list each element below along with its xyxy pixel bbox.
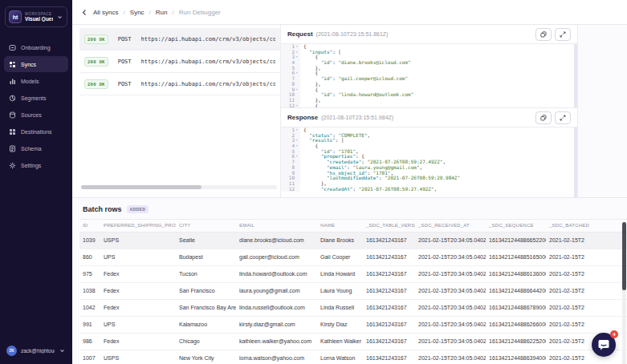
table-header-row: IDPREFERRED_SHIPPING_PROVIDERCITYEMAILNA… [79, 220, 627, 232]
column-header: _SDC_TABLE_VERSION [363, 220, 415, 232]
table-cell: UPS [100, 316, 176, 333]
expand-button[interactable] [555, 111, 571, 124]
user-menu[interactable]: ZK zack@hightouch.io [0, 339, 72, 364]
table-cell: 975 [79, 265, 100, 282]
table-cell: USPS [100, 232, 176, 249]
table-cell: 1613421243167 [363, 282, 415, 299]
table-row[interactable]: 860UPSBudapestgail.cooper@icloud.comGail… [79, 249, 627, 265]
sidebar-item-segments[interactable]: Segments [4, 90, 68, 106]
vertical-scrollbar[interactable] [574, 44, 577, 107]
table-cell: 1613421244886136000 [486, 265, 546, 282]
status-badge: 200 OK [84, 34, 108, 44]
syncs-icon [9, 61, 16, 68]
fold-toggle-icon[interactable]: ▾ [295, 50, 299, 55]
column-header: CITY [176, 220, 236, 232]
chat-launcher-button[interactable]: 4 [592, 333, 616, 357]
breadcrumb-sync[interactable]: Sync [130, 9, 145, 16]
scrollbar-thumb[interactable] [622, 222, 626, 290]
sidebar-item-schema[interactable]: Schema [4, 140, 68, 156]
table-cell: Diane Brooks [317, 232, 363, 249]
table-row[interactable]: 1042FedexSan Francisco Bay Arealinda.rus… [79, 299, 627, 316]
sidebar-item-destinations[interactable]: Destinations [4, 123, 68, 140]
workspace-switcher[interactable]: ht WORKSPACE Visual Querying D... [5, 6, 67, 27]
code-line: 10 "id": "linda.howard@outlook.com" [281, 92, 577, 98]
code-line: 2▾ "inputs": [ [281, 50, 577, 55]
fold-toggle-icon[interactable]: ▾ [295, 154, 299, 160]
fold-toggle-icon[interactable]: ▾ [295, 55, 299, 60]
sidebar-item-label: Onboarding [21, 45, 51, 51]
table-cell: kirsty.diaz@gmail.com [236, 316, 317, 333]
code-line: 4 "id": "diane.brooks@icloud.com" [281, 60, 577, 66]
code-token: "id" [321, 91, 332, 97]
fold-spacer [295, 171, 299, 176]
fold-toggle-icon[interactable]: ▾ [295, 44, 299, 50]
request-row[interactable]: 200 OK POST https://api.hubapi.com/crm/v… [79, 28, 280, 51]
copy-button[interactable] [535, 111, 552, 124]
table-row[interactable]: 975FedexTucsonlinda.howard@outlook.comLi… [79, 265, 627, 282]
sidebar-item-models[interactable]: Models [4, 73, 68, 89]
table-row[interactable]: 991UPSKalamazookirsty.diaz@gmail.comKirs… [79, 316, 627, 333]
code-token: , [368, 132, 371, 138]
table-cell: 2021-02-15T20:34:05.040Z [415, 265, 486, 282]
table-row[interactable]: 986FedexChicagokathleen.walker@yahoo.com… [79, 333, 627, 350]
sidebar-spacer [0, 174, 72, 339]
table-vertical-scrollbar [622, 222, 626, 364]
table-cell: 2021-02-15T2 [546, 282, 627, 299]
fold-toggle-icon[interactable]: ▾ [295, 127, 299, 133]
code-token: , [434, 186, 438, 192]
response-panel-actions [535, 111, 571, 124]
sidebar-nav: Onboarding Syncs Models Segments [0, 38, 72, 174]
request-url: https://api.hubapi.com/crm/v3/objects/co… [141, 59, 275, 65]
breadcrumb-run[interactable]: Run [156, 9, 168, 16]
sidebar-item-label: Segments [21, 95, 47, 101]
table-cell: Seatle [176, 232, 236, 249]
code-token: "gail.cooper@icloud.com" [338, 75, 408, 81]
added-badge: ADDED [127, 205, 149, 213]
fold-toggle-icon[interactable]: ▾ [295, 71, 299, 76]
column-header: _SDC_RECEIVED_AT [415, 220, 486, 232]
fold-spacer [295, 133, 299, 139]
breadcrumb-all-syncs[interactable]: All syncs [93, 9, 119, 16]
fold-spacer [295, 176, 299, 181]
line-gutter: 2▾ [281, 50, 300, 55]
table-cell: kathleen.walker@yahoo.com [236, 333, 317, 350]
fold-toggle-icon[interactable]: ▾ [295, 103, 299, 107]
table-row[interactable]: 1007USPSNew York Citylorna.watson@yahoo.… [79, 350, 627, 364]
table-cell: 1613421244885165000 [486, 249, 546, 265]
table-cell: gail.cooper@icloud.com [236, 249, 317, 265]
vertical-scrollbar[interactable] [574, 127, 577, 197]
code-token: , [442, 159, 446, 164]
fold-toggle-icon[interactable]: ▾ [295, 87, 299, 93]
code-line: 11 }, [281, 98, 577, 103]
expand-button[interactable] [555, 28, 571, 41]
scrollbar-thumb[interactable] [81, 185, 202, 189]
line-gutter: 4 [281, 60, 300, 66]
fold-toggle-icon[interactable]: ▾ [295, 144, 299, 149]
table-cell: Kathleen Walker [317, 333, 363, 350]
fold-toggle-icon[interactable]: ▾ [295, 138, 299, 144]
request-row[interactable]: 200 OK POST https://api.hubapi.com/crm/v… [79, 51, 280, 73]
sidebar-item-syncs[interactable]: Syncs [4, 56, 68, 72]
destinations-icon [9, 128, 16, 135]
sidebar-item-onboarding[interactable]: Onboarding [4, 39, 68, 55]
table-cell: 1042 [79, 299, 100, 316]
request-row[interactable]: 200 OK POST https://api.hubapi.com/crm/v… [79, 73, 280, 95]
table-cell: 2021-02-15T2 [546, 232, 627, 249]
request-timestamp: (2021-08-10T23:15:51.861Z) [316, 31, 389, 37]
batch-rows-title: Batch rows [83, 205, 122, 213]
table-cell: USPS [100, 350, 176, 364]
hightouch-logo: ht [9, 10, 22, 23]
breadcrumb-separator: / [149, 9, 151, 16]
line-gutter: 5 [281, 66, 300, 71]
sidebar-item-settings[interactable]: Settings [4, 157, 68, 173]
line-number: 12 [289, 187, 295, 192]
copy-button[interactable] [535, 28, 552, 41]
sidebar-item-sources[interactable]: Sources [4, 107, 68, 123]
table-row[interactable]: 1039USPSSeatlediane.brooks@icloud.comDia… [79, 232, 627, 249]
code-token: "id" [321, 75, 332, 81]
request-panel-header: Request (2021-08-10T23:15:51.861Z) [281, 25, 577, 43]
table-cell: 1613421243167 [363, 350, 415, 364]
table-row[interactable]: 1038FedexSan Franciscolaura.young@gmail.… [79, 282, 627, 299]
back-icon[interactable] [81, 9, 88, 16]
table-cell: 2021-02-15T2 [546, 350, 627, 364]
